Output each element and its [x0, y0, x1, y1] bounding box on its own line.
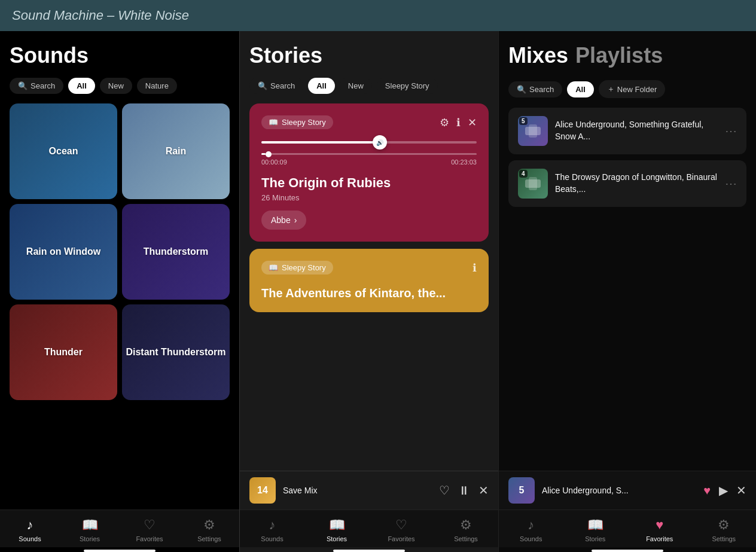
- settings-icon[interactable]: ⚙: [440, 116, 449, 129]
- mix-more-2[interactable]: ⋯: [725, 176, 737, 191]
- mix-thumb-2: 4: [518, 169, 548, 199]
- mid-nav-settings[interactable]: ⚙ Settings: [434, 515, 498, 545]
- progress-bar[interactable]: 00:00:09 00:23:03: [261, 153, 477, 166]
- sound-card-ocean[interactable]: Ocean: [10, 103, 117, 199]
- right-mini-thumb: 5: [508, 477, 535, 504]
- mid-favorites-icon: ♡: [395, 517, 407, 533]
- sound-card-thunder[interactable]: Thunder: [10, 304, 117, 400]
- book-icon-2: 📖: [269, 263, 278, 272]
- mixes-title[interactable]: Mixes: [508, 43, 568, 68]
- right-favorites-icon: ♥: [656, 517, 663, 533]
- new-folder-btn[interactable]: ＋ New Folder: [599, 80, 665, 98]
- right-settings-icon: ⚙: [718, 517, 730, 533]
- search-icon: 🔍: [18, 81, 28, 90]
- stories-filter-sleepy[interactable]: Sleepy Story: [377, 78, 438, 94]
- svg-rect-3: [529, 177, 537, 190]
- mini-title-mid: Save Mix: [283, 486, 432, 495]
- svg-rect-1: [529, 124, 537, 138]
- right-mini-heart-btn[interactable]: ♥: [703, 484, 711, 498]
- mid-stories-icon: 📖: [329, 517, 345, 533]
- mix-item-1[interactable]: 5 Alice Underground, Something Grateful,…: [508, 108, 746, 154]
- right-mini-player: 5 Alice Underground, S... ♥ ▶ ✕: [499, 471, 756, 510]
- right-nav-sounds[interactable]: ♪ Sounds: [499, 515, 563, 545]
- mini-pause-btn[interactable]: ⏸: [458, 484, 470, 498]
- right-mini-play-btn[interactable]: ▶: [719, 483, 728, 498]
- sounds-filter-nature[interactable]: Nature: [137, 78, 177, 94]
- search-icon-right: 🔍: [517, 85, 526, 94]
- story-title-2: The Adventures of Kintaro, the...: [261, 286, 477, 300]
- nav-sounds[interactable]: ♪ Sounds: [0, 515, 60, 545]
- book-icon: 📖: [269, 118, 278, 127]
- mix-more-1[interactable]: ⋯: [725, 124, 737, 138]
- mixes-filter-all[interactable]: All: [567, 81, 594, 97]
- mid-stories-label: Stories: [327, 535, 347, 542]
- time-current: 00:00:09: [261, 158, 287, 166]
- info-icon[interactable]: ℹ: [456, 116, 461, 129]
- right-favorites-label: Favorites: [646, 535, 673, 542]
- panel-mixes: Mixes Playlists 🔍 Search All ＋ New Folde…: [498, 31, 756, 552]
- volume-slider[interactable]: 🔊: [261, 141, 477, 144]
- sound-label-rain-on-window: Rain on Window: [26, 246, 100, 257]
- mix-info-1: Alice Underground, Something Grateful, S…: [555, 119, 718, 142]
- playlists-title[interactable]: Playlists: [575, 43, 663, 68]
- mixes-search-btn[interactable]: 🔍 Search: [508, 81, 562, 97]
- stories-filter-all[interactable]: All: [308, 78, 335, 94]
- volume-icon: 🔊: [376, 139, 383, 146]
- title-bar: Sound Machine – White Noise: [0, 0, 756, 31]
- story-card-2[interactable]: 📖 Sleepy Story ℹ The Adventures of Kinta…: [249, 249, 489, 312]
- stories-filter-new[interactable]: New: [340, 78, 372, 94]
- sound-card-rain-on-window[interactable]: Rain on Window: [10, 204, 117, 300]
- narrator-name: Abbe: [271, 215, 291, 225]
- sound-card-rain[interactable]: Rain: [122, 103, 230, 199]
- app-title: Sound Machine – White Noise: [12, 8, 189, 23]
- sleepy-story-tag: 📖 Sleepy Story: [261, 115, 333, 129]
- story-player-card: 📖 Sleepy Story ⚙ ℹ ✕ 🔊: [249, 103, 489, 242]
- nav-stories[interactable]: 📖 Stories: [60, 515, 120, 545]
- right-sounds-label: Sounds: [520, 535, 542, 542]
- sounds-search-btn[interactable]: 🔍 Search: [10, 78, 63, 94]
- mini-heart-btn[interactable]: ♡: [439, 483, 450, 498]
- mini-close-btn[interactable]: ✕: [478, 483, 489, 498]
- settings-nav-label: Settings: [197, 535, 221, 542]
- right-nav-favorites[interactable]: ♥ Favorites: [627, 515, 692, 545]
- sounds-filter-new[interactable]: New: [100, 78, 132, 94]
- right-settings-label: Settings: [712, 535, 736, 542]
- right-nav-stories[interactable]: 📖 Stories: [563, 515, 628, 545]
- mix-name-1: Alice Underground, Something Grateful, S…: [555, 120, 703, 141]
- mini-badge-14: 14: [257, 485, 268, 496]
- stories-title: Stories: [249, 43, 489, 68]
- mix-badge-5: 5: [519, 117, 528, 125]
- right-mini-close-btn[interactable]: ✕: [736, 483, 746, 498]
- mid-nav-stories[interactable]: 📖 Stories: [304, 515, 369, 545]
- mid-nav-favorites[interactable]: ♡ Favorites: [369, 515, 434, 545]
- sounds-filter-all[interactable]: All: [68, 78, 95, 94]
- sound-label-thunderstorm: Thunderstorm: [144, 246, 208, 257]
- nav-settings[interactable]: ⚙ Settings: [179, 515, 239, 545]
- panel-stories: Stories 🔍 Search All New Sleepy Story: [239, 31, 498, 552]
- sound-card-distant-thunderstorm[interactable]: Distant Thunderstorm: [122, 304, 230, 400]
- right-nav-settings[interactable]: ⚙ Settings: [692, 515, 757, 545]
- chevron-right-icon: ›: [294, 215, 297, 225]
- mid-favorites-label: Favorites: [388, 535, 414, 542]
- right-sounds-icon: ♪: [528, 517, 534, 533]
- sound-label-thunder: Thunder: [44, 347, 83, 358]
- panel-sounds: Sounds 🔍 Search All New Nature Ocean: [0, 31, 239, 552]
- close-icon[interactable]: ✕: [468, 116, 477, 129]
- sounds-nav-icon: ♪: [27, 517, 33, 533]
- right-stories-icon: 📖: [587, 517, 603, 533]
- mid-mini-player: 14 Save Mix ♡ ⏸ ✕: [240, 471, 498, 510]
- nav-favorites[interactable]: ♡ Favorites: [120, 515, 179, 545]
- mid-settings-label: Settings: [454, 535, 478, 542]
- mini-thumb-14: 14: [249, 477, 276, 504]
- info-icon-2[interactable]: ℹ: [472, 261, 477, 275]
- sound-card-thunderstorm[interactable]: Thunderstorm: [122, 204, 230, 300]
- story-title: The Origin of Rubies: [261, 175, 477, 191]
- mix-item-2[interactable]: 4 The Drowsy Dragon of Longwitton, Binau…: [508, 160, 746, 207]
- stories-search-btn[interactable]: 🔍 Search: [249, 78, 303, 94]
- narrator-btn[interactable]: Abbe ›: [261, 211, 306, 230]
- mid-sounds-icon: ♪: [269, 517, 276, 533]
- time-total: 00:23:03: [451, 158, 477, 166]
- sounds-title: Sounds: [10, 43, 230, 68]
- mid-nav-sounds[interactable]: ♪ Sounds: [240, 515, 304, 545]
- mix-name-2: The Drowsy Dragon of Longwitton, Binaura…: [555, 172, 717, 194]
